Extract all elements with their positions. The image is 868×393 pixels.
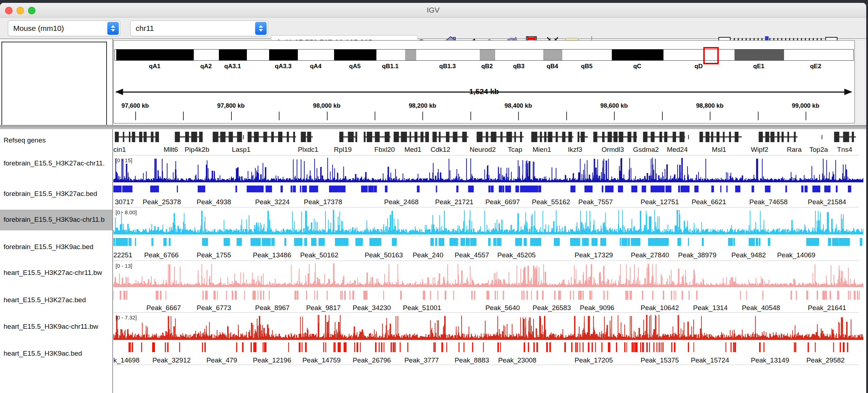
gene-name-label: Fbxl20 (374, 146, 395, 154)
cytoband-label: qB5 (581, 63, 592, 70)
chromosome-select-stepper[interactable] (255, 22, 267, 35)
peak-label: Peak_34230 (353, 304, 391, 312)
track-name-heart-h3k9ac-bed[interactable]: heart_E15.5_H3K9ac.bed (4, 350, 111, 357)
cytoband-qB2 (480, 50, 495, 60)
track-divider (113, 365, 859, 365)
peak-label: Peak_479 (206, 356, 237, 364)
title-bar[interactable]: IGV (0, 3, 866, 18)
forebrain-h3k27ac-signal-track[interactable] (113, 156, 863, 182)
ruler-tick (327, 112, 328, 120)
track-name-refseq[interactable]: Refseq genes (4, 136, 111, 144)
forebrain-h3k27ac-bed-track[interactable] (113, 185, 863, 193)
peak-label: Peak_240 (413, 251, 444, 259)
gene-name-label: Top2a (810, 146, 828, 154)
ruler-tick (614, 112, 615, 120)
gene-name-label: Lasp1 (232, 146, 250, 154)
peak-label: Peak_21721 (435, 198, 474, 206)
peak-label: Peak_26583 (532, 304, 571, 312)
peak-label: Peak_8967 (255, 304, 290, 312)
cytoband-qE1 (735, 50, 784, 60)
cytoband-qA2 (194, 50, 219, 60)
peak-label: Peak_17205 (574, 356, 613, 364)
ruler-tick (710, 112, 710, 120)
peak-label: Peak_10642 (641, 304, 679, 312)
peak-label: k_14698 (113, 356, 140, 364)
track-name-heart-h3k9ac-bw[interactable]: heart_E15.5_H3K9ac-chr11.bw (4, 323, 111, 331)
peak-label: Peak_3224 (255, 198, 290, 206)
window-title: IGV (0, 6, 866, 14)
signal-scale-label: [0 - 13] (116, 263, 132, 269)
track-name-forebrain-h3k9ac-bw[interactable]: forebrain_E15.5_H3K9ac-chr11.b (4, 216, 111, 224)
peak-label: Peak_50162 (300, 251, 338, 259)
ruler-tick-label: 98,000 kb (313, 102, 341, 109)
peak-label: Peak_6773 (197, 304, 231, 312)
track-name-forebrain-h3k27ac-bw[interactable]: forebrain_E15.5_H3K27ac-chr11. (4, 159, 111, 167)
genome-select-value: Mouse (mm10) (13, 24, 64, 33)
ruler-tick (422, 112, 423, 120)
peak-label: Peak_14069 (777, 251, 816, 259)
peak-label: Peak_25378 (143, 198, 181, 206)
ruler-tick-label: 99,000 kb (792, 102, 820, 109)
track-name-heart-h3k27ac-bed[interactable]: heart_E15.5_H3K27ac.bed (4, 296, 111, 304)
heart-h3k27ac-bed-track[interactable] (113, 290, 863, 301)
heart-h3k27ac-signal-track[interactable] (113, 262, 863, 287)
peak-label: Peak_1755 (197, 251, 231, 259)
cytoband-label: qE2 (810, 63, 821, 70)
cytoband-qB1.3 (416, 50, 480, 60)
track-name-forebrain-h3k9ac-bed[interactable]: forebrain_E15.5_H3K9ac.bed (4, 243, 111, 251)
track-name-forebrain-h3k27ac-bed[interactable]: forebrain_E15.5_H3K27ac.bed (4, 190, 111, 198)
peak-label: Peak_74658 (749, 198, 788, 206)
refseq-genes-track[interactable] (113, 131, 863, 144)
peak-label: Peak_21641 (808, 304, 846, 312)
peak-label: Peak_3777 (404, 356, 439, 364)
forebrain-h3k9ac-signal-track[interactable] (113, 209, 863, 234)
igv-window: IGV Mouse (mm10) chr11 Go (0, 3, 866, 393)
panel-splitter[interactable] (112, 38, 113, 393)
peak-label-row: 30717Peak_25378Peak_4938Peak_3224Peak_17… (113, 198, 863, 207)
peak-label: Peak_50163 (365, 251, 403, 259)
signal-scale-label: [0 - 15] (116, 157, 132, 163)
chromosome-ideogram[interactable] (114, 49, 854, 61)
cytoband-label: qB1.3 (439, 63, 456, 70)
chromosome-select[interactable]: chr11 (130, 20, 268, 36)
locus-header-panel[interactable]: 1,524 kb qA1qA2qA3.1qA3.3qA4qA5qB1.1qB1.… (113, 40, 855, 123)
genome-select[interactable]: Mouse (mm10) (8, 20, 120, 36)
chromosome-select-value: chr11 (136, 24, 154, 33)
ruler-tick (662, 112, 663, 120)
gene-name-label: Mien1 (532, 146, 551, 154)
cytoband-label: qC (633, 63, 642, 70)
peak-label: Peak_9817 (306, 304, 341, 312)
signal-scale-label: [0 - 7.32] (116, 314, 137, 321)
track-divider (113, 207, 859, 207)
cytoband-qB5 (562, 50, 612, 60)
cytoband-qA3.3 (269, 50, 298, 60)
track-name-heart-h3k27ac-bw[interactable]: heart_E15.5_H3K27ac-chr11.bw (4, 269, 111, 277)
ruler-tick (518, 112, 519, 120)
cytoband-label: qB2 (481, 63, 493, 70)
genome-select-stepper[interactable] (107, 22, 119, 35)
peak-label: Peak_14759 (302, 356, 341, 364)
ruler-tick (566, 112, 567, 120)
peak-label: Peak_45205 (497, 251, 536, 259)
cytoband-qB1.1 (376, 50, 405, 60)
ruler-tick-label: 98,200 kb (409, 102, 436, 109)
peak-label: Peak_1314 (693, 304, 728, 312)
gene-name-label: Gsdma2 (633, 146, 659, 154)
peak-label: Peak_27840 (631, 251, 669, 259)
peak-label: Peak_23008 (498, 356, 536, 364)
peak-label: 22251 (113, 251, 132, 259)
peak-label: Peak_6697 (485, 198, 520, 206)
ruler-tick (375, 112, 375, 120)
gene-name-label: Tns4 (837, 146, 852, 154)
span-arrow-left-head (115, 89, 123, 95)
cytoband-unnamed (247, 50, 269, 60)
signal-scale-label: [0 - 8.00] (116, 209, 137, 215)
cytoband-label: qA3.3 (275, 63, 291, 70)
heart-h3k9ac-signal-track[interactable] (113, 314, 863, 340)
attribute-panel (1, 42, 107, 128)
ruler-tick-label: 98,600 kb (600, 102, 628, 109)
forebrain-h3k9ac-bed-track[interactable] (113, 237, 863, 247)
heart-h3k9ac-bed-track[interactable] (113, 342, 863, 353)
gene-name-label: Med1 (404, 146, 422, 154)
header-tracks-divider (0, 125, 866, 129)
